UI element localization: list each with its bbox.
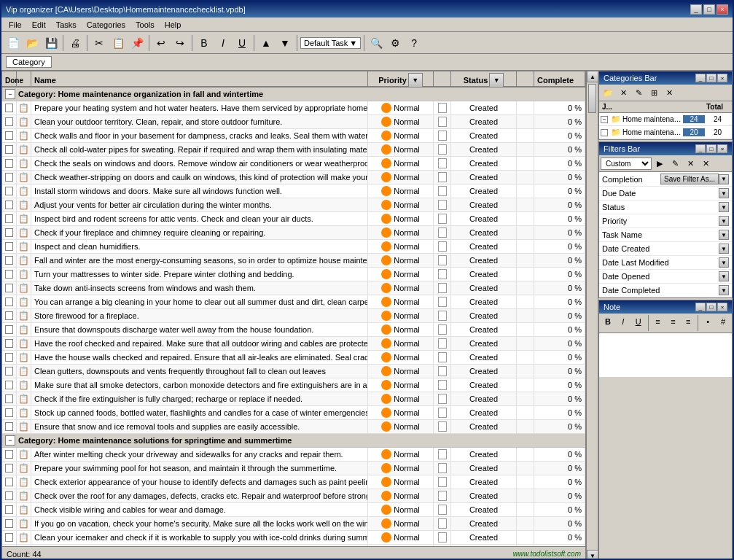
task-name-cell[interactable]: Check if your fireplace and chimney requ… [31,226,368,239]
categories-minimize-button[interactable]: _ [695,74,706,82]
task-checkbox[interactable] [5,187,13,195]
save-filter-button[interactable]: Save Filter As... [660,174,719,184]
open-button[interactable]: 📂 [23,34,41,52]
task-checkbox[interactable] [5,353,13,362]
task-checkbox[interactable] [5,408,13,417]
note-bullet[interactable]: • [700,315,715,328]
task-name-cell[interactable]: Have the house walls checked and repaire… [31,351,368,364]
task-name-cell[interactable]: Check walls and floor in your basement f… [31,129,368,142]
task-checkbox[interactable] [5,104,13,112]
menu-tasks[interactable]: Tasks [52,20,81,30]
task-checkbox[interactable] [5,505,13,514]
scroll-track[interactable] [587,82,598,550]
filter-type-select[interactable]: Custom [601,158,652,170]
status-sort-button[interactable]: ▼ [489,73,504,88]
task-checkbox[interactable] [5,242,13,251]
menu-edit[interactable]: Edit [28,20,50,30]
filter-dropdown-btn[interactable]: ▼ [719,188,729,198]
note-align-center[interactable]: ≡ [666,315,681,328]
print-button[interactable]: 🖨 [66,34,84,52]
task-name-cell[interactable]: Prepare your heating system and hot wate… [31,101,368,114]
underline-button[interactable]: U [233,34,251,52]
task-checkbox[interactable] [5,256,13,265]
filter-dropdown-btn[interactable]: ▼ [719,285,729,295]
task-checkbox[interactable] [5,214,13,223]
copy-button[interactable]: 📋 [109,34,127,52]
cat-expand-btn[interactable] [601,129,608,136]
default-task-dropdown[interactable]: Default Task ▼ [300,37,361,49]
task-checkbox[interactable] [5,381,13,389]
paste-button[interactable]: 📌 [128,34,146,52]
task-checkbox[interactable] [5,533,13,542]
category-tab-button[interactable]: Category [6,56,52,68]
settings-button[interactable]: ⚙ [386,34,404,52]
filter-dropdown-btn[interactable]: ▼ [719,216,729,226]
scroll-down-button[interactable]: ▼ [587,550,598,560]
cat-edit-button[interactable]: ✎ [631,86,646,99]
task-checkbox[interactable] [5,339,13,348]
category-2-expand[interactable]: − [5,435,15,446]
task-checkbox[interactable] [5,117,13,126]
task-name-cell[interactable]: Inspect bird and rodent screens for atti… [31,212,368,225]
task-name-cell[interactable]: If you go on vacation, check your home's… [31,517,368,530]
task-name-cell[interactable]: After winter melting check your driveway… [31,448,368,461]
task-name-cell[interactable]: Adjust your vents for better air circula… [31,198,368,211]
close-button[interactable]: × [717,4,728,15]
filter-dropdown-btn[interactable]: ▼ [719,244,729,254]
filter-button[interactable]: 🔍 [367,34,385,52]
task-checkbox[interactable] [5,159,13,168]
task-name-cell[interactable]: Check visible wiring and cables for wear… [31,503,368,516]
note-format-b[interactable]: B [601,315,615,328]
completion-dropdown[interactable]: ▼ [719,174,729,184]
menu-help[interactable]: Help [160,20,186,30]
main-scrollbar[interactable]: ▲ ▼ [586,71,598,560]
filter-dropdown-btn[interactable]: ▼ [719,271,729,281]
new-task-button[interactable]: 📄 [4,34,22,52]
save-button[interactable]: 💾 [42,34,60,52]
task-checkbox[interactable] [5,422,13,431]
task-checkbox[interactable] [5,311,13,320]
filters-minimize-button[interactable]: _ [695,144,706,153]
category-list-item[interactable]: − 📁 Home maintenance orga 24 24 [599,113,732,126]
task-checkbox[interactable] [5,270,13,279]
note-content-area[interactable] [599,333,732,377]
task-checkbox[interactable] [5,367,13,376]
cat-props-button[interactable]: ⊞ [647,86,661,99]
category-1-expand[interactable]: − [5,89,15,99]
category-list-item[interactable]: 📁 Home maintenance solu 20 20 [599,126,732,139]
menu-file[interactable]: File [4,20,26,30]
task-name-cell[interactable]: Clean gutters, downspouts and vents freq… [31,365,368,378]
bold-button[interactable]: B [195,34,213,52]
task-checkbox[interactable] [5,173,13,182]
filter-dropdown-btn[interactable]: ▼ [719,257,729,268]
cat-new-button[interactable]: 📁 [601,86,615,99]
note-minimize-button[interactable]: _ [695,303,706,311]
task-checkbox[interactable] [5,478,13,486]
undo-button[interactable]: ↩ [152,34,170,52]
note-format-i[interactable]: I [616,315,630,328]
note-align-right[interactable]: ≡ [681,315,695,328]
task-name-cell[interactable]: Check weather-stripping on doors and cau… [31,171,368,184]
cut-button[interactable]: ✂ [90,34,108,52]
task-name-cell[interactable]: Inspect and clean humidifiers. [31,240,368,253]
maximize-button[interactable]: □ [703,4,715,15]
task-checkbox[interactable] [5,394,13,403]
cat-delete-button[interactable]: ✕ [616,86,630,99]
filter-dropdown-btn[interactable]: ▼ [719,202,729,212]
scroll-thumb[interactable] [588,84,596,113]
filter-edit-button[interactable]: ✎ [668,157,682,170]
task-name-cell[interactable]: Turn your mattresses to winter side. Pre… [31,268,368,281]
task-name-cell[interactable]: Take down anti-insects screens from wind… [31,281,368,295]
task-checkbox[interactable] [5,131,13,140]
filter-apply-button[interactable]: ▶ [652,157,667,170]
task-name-cell[interactable]: Check all cold-water pipes for sweating.… [31,143,368,156]
menu-categories[interactable]: Categories [82,20,130,30]
task-name-cell[interactable]: Store firewood for a fireplace. [31,309,368,322]
filter-dropdown-btn[interactable]: ▼ [719,230,729,240]
down-button[interactable]: ▼ [276,34,294,52]
italic-button[interactable]: I [214,34,232,52]
note-number[interactable]: # [716,315,730,328]
filter-delete-button[interactable]: ✕ [683,157,698,170]
task-checkbox[interactable] [5,491,13,500]
task-checkbox[interactable] [5,201,13,209]
